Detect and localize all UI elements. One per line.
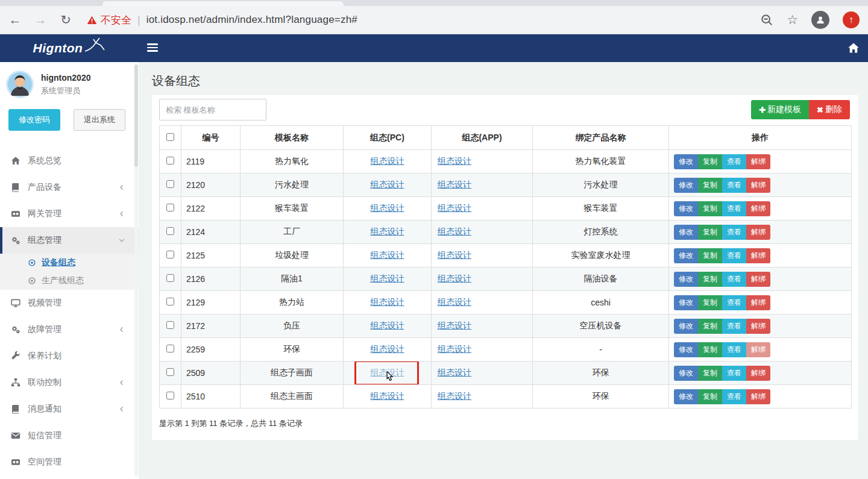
row-checkbox[interactable] (166, 251, 174, 258)
unbind-button[interactable]: 解绑 (746, 366, 770, 381)
pc-design-link[interactable]: 组态设计 (371, 321, 404, 330)
app-design-link[interactable]: 组态设计 (438, 391, 471, 401)
pc-design-link[interactable]: 组态设计 (371, 297, 404, 307)
unbind-button[interactable]: 解绑 (746, 154, 770, 169)
pc-design-link[interactable]: 组态设计 (371, 250, 404, 260)
unbind-button[interactable]: 解绑 (746, 295, 770, 310)
logout-button[interactable]: 退出系统 (74, 109, 125, 131)
zoom-out-icon[interactable] (760, 13, 773, 27)
copy-button[interactable]: 复制 (698, 225, 722, 240)
pc-design-link[interactable]: 组态设计 (371, 180, 404, 189)
app-design-link[interactable]: 组态设计 (438, 227, 471, 236)
copy-button[interactable]: 复制 (698, 178, 722, 193)
pc-design-link[interactable]: 组态设计 (371, 227, 404, 236)
view-button[interactable]: 查看 (722, 342, 746, 357)
unbind-button[interactable]: 解绑 (746, 342, 770, 357)
browser-tab[interactable] (102, 1, 344, 6)
select-all-checkbox[interactable] (166, 133, 174, 141)
row-checkbox[interactable] (166, 392, 174, 399)
submenu-item-设备组态[interactable]: 设备组态 (0, 254, 139, 272)
app-design-link[interactable]: 组态设计 (438, 180, 471, 189)
sidebar-item-短信管理[interactable]: 短信管理 (0, 422, 139, 449)
modify-button[interactable]: 修改 (674, 389, 698, 404)
sidebar-item-视频管理[interactable]: 视频管理 (0, 290, 139, 316)
copy-button[interactable]: 复制 (698, 201, 722, 216)
view-button[interactable]: 查看 (722, 201, 746, 216)
view-button[interactable]: 查看 (722, 154, 746, 169)
app-design-link[interactable]: 组态设计 (438, 250, 471, 260)
modify-button[interactable]: 修改 (674, 225, 698, 240)
unbind-button[interactable]: 解绑 (746, 225, 770, 240)
app-design-link[interactable]: 组态设计 (438, 274, 471, 283)
app-design-link[interactable]: 组态设计 (438, 321, 471, 330)
unbind-button[interactable]: 解绑 (746, 272, 770, 287)
copy-button[interactable]: 复制 (698, 389, 722, 404)
view-button[interactable]: 查看 (722, 248, 746, 263)
sidebar-item-网关管理[interactable]: 网关管理 (0, 201, 139, 227)
unbind-button[interactable]: 解绑 (746, 201, 770, 216)
modify-button[interactable]: 修改 (674, 248, 698, 263)
modify-button[interactable]: 修改 (674, 342, 698, 357)
row-checkbox[interactable] (166, 227, 174, 235)
pc-design-link[interactable]: 组态设计 (371, 391, 404, 401)
unbind-button[interactable]: 解绑 (746, 389, 770, 404)
copy-button[interactable]: 复制 (698, 319, 722, 334)
submenu-item-生产线组态[interactable]: 生产线组态 (0, 272, 139, 290)
row-checkbox[interactable] (166, 180, 174, 188)
view-button[interactable]: 查看 (722, 366, 746, 381)
app-design-link[interactable]: 组态设计 (438, 368, 471, 377)
sidebar-item-联动控制[interactable]: 联动控制 (0, 369, 139, 396)
pc-design-link[interactable]: 组态设计 (371, 156, 404, 166)
pc-design-link[interactable]: 组态设计 (371, 203, 404, 213)
view-button[interactable]: 查看 (722, 225, 746, 240)
sidebar-item-组态管理[interactable]: 组态管理 (0, 227, 139, 254)
copy-button[interactable]: 复制 (698, 272, 722, 287)
copy-button[interactable]: 复制 (698, 295, 722, 310)
modify-button[interactable]: 修改 (674, 272, 698, 287)
sidebar-item-空间管理[interactable]: 空间管理 (0, 449, 139, 475)
modify-button[interactable]: 修改 (674, 178, 698, 193)
copy-button[interactable]: 复制 (698, 154, 722, 169)
row-checkbox[interactable] (166, 157, 174, 164)
app-design-link[interactable]: 组态设计 (438, 297, 471, 307)
row-checkbox[interactable] (166, 204, 174, 211)
copy-button[interactable]: 复制 (698, 342, 722, 357)
search-input[interactable] (159, 99, 266, 121)
delete-button[interactable]: ✖删除 (809, 100, 850, 119)
view-button[interactable]: 查看 (722, 178, 746, 193)
modify-button[interactable]: 修改 (674, 319, 698, 334)
sidebar-item-系统总览[interactable]: 系统总览 (0, 148, 139, 174)
view-button[interactable]: 查看 (722, 389, 746, 404)
row-checkbox[interactable] (166, 274, 174, 282)
modify-button[interactable]: 修改 (674, 295, 698, 310)
row-checkbox[interactable] (166, 321, 174, 329)
row-checkbox[interactable] (166, 368, 174, 376)
unbind-button[interactable]: 解绑 (746, 178, 770, 193)
navbar-home-icon[interactable] (848, 42, 860, 54)
change-password-button[interactable]: 修改密码 (8, 109, 60, 131)
browser-update-icon[interactable]: ↑ (843, 11, 860, 28)
modify-button[interactable]: 修改 (674, 201, 698, 216)
sidebar-item-消息通知[interactable]: 消息通知 (0, 396, 139, 422)
row-checkbox[interactable] (166, 345, 174, 352)
forward-icon[interactable]: → (30, 10, 51, 30)
modify-button[interactable]: 修改 (674, 154, 698, 169)
view-button[interactable]: 查看 (722, 295, 746, 310)
view-button[interactable]: 查看 (722, 319, 746, 334)
back-icon[interactable]: ← (5, 10, 25, 30)
pc-design-link[interactable]: 组态设计 (371, 274, 404, 283)
sidebar-item-故障管理[interactable]: 故障管理 (0, 316, 139, 343)
sidebar-scrollbar[interactable] (134, 64, 138, 477)
row-checkbox[interactable] (166, 298, 174, 305)
pc-design-link[interactable]: 组态设计 (371, 344, 404, 354)
app-design-link[interactable]: 组态设计 (438, 344, 471, 354)
reload-icon[interactable]: ↻ (55, 10, 76, 30)
app-design-link[interactable]: 组态设计 (438, 156, 471, 166)
bookmark-star-icon[interactable]: ☆ (787, 13, 798, 27)
browser-profile-icon[interactable] (811, 11, 829, 29)
copy-button[interactable]: 复制 (698, 248, 722, 263)
new-template-button[interactable]: ✚新建模板 (751, 100, 809, 119)
menu-toggle-icon[interactable] (147, 43, 158, 54)
address-bar[interactable]: 不安全 | iot.idosp.net/admin/index.html?lan… (87, 13, 747, 27)
unbind-button[interactable]: 解绑 (746, 319, 770, 334)
